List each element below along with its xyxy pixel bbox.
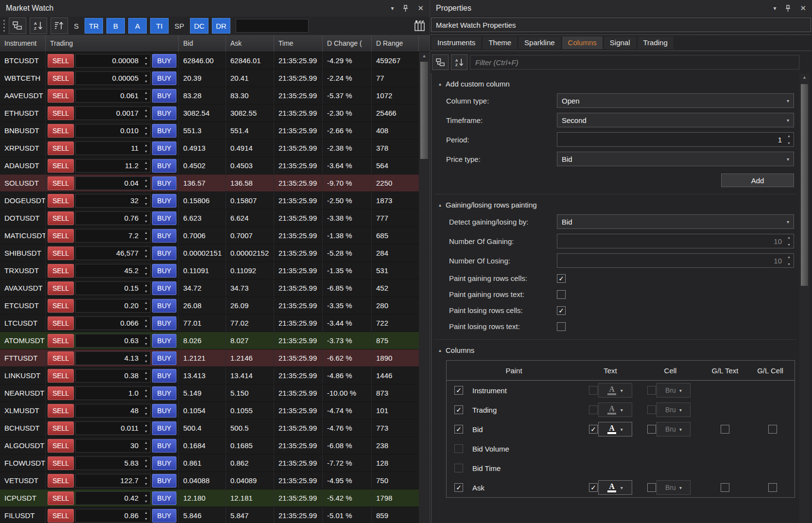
- table-row[interactable]: AVAXUSDT SELL 0.15 ▲▼ BUY 34.72 34.73 21…: [0, 279, 419, 297]
- spinner-arrows[interactable]: ▲▼: [144, 231, 148, 241]
- toggle-s[interactable]: S: [71, 22, 81, 30]
- spinner-arrows[interactable]: ▲▼: [144, 91, 148, 101]
- table-row[interactable]: BTCUSDT SELL 0.00008 ▲▼ BUY 62846.00 628…: [0, 52, 419, 70]
- table-row[interactable]: FTTUSDT SELL 4.13 ▲▼ BUY 1.2121 1.2146 2…: [0, 349, 419, 367]
- quantity-stepper[interactable]: 0.42 ▲▼: [75, 491, 151, 505]
- spinner-arrows[interactable]: ▲▼: [144, 283, 148, 293]
- table-row[interactable]: VETUSDT SELL 122.7 ▲▼ BUY 0.04088 0.0408…: [0, 472, 419, 489]
- quantity-stepper[interactable]: 7.2 ▲▼: [75, 229, 151, 243]
- sell-button[interactable]: SELL: [48, 334, 74, 348]
- quantity-stepper[interactable]: 45.2 ▲▼: [75, 264, 151, 278]
- toggle-tr[interactable]: TR: [85, 18, 103, 34]
- table-row[interactable]: DOGEUSDT SELL 32 ▲▼ BUY 0.15806 0.15807 …: [0, 192, 419, 209]
- period-input[interactable]: 1 ▲▼: [557, 132, 794, 147]
- spinner-arrows[interactable]: ▲▼: [787, 236, 791, 246]
- sell-button[interactable]: SELL: [48, 89, 74, 103]
- cell-paint-checkbox[interactable]: [647, 386, 656, 395]
- buy-button[interactable]: BUY: [152, 89, 176, 103]
- table-row[interactable]: ADAUSDT SELL 11.2 ▲▼ BUY 0.4502 0.4503 2…: [0, 157, 419, 174]
- properties-scroll-thumb[interactable]: [801, 84, 808, 286]
- sell-button[interactable]: SELL: [48, 141, 74, 155]
- sort-order-button[interactable]: [51, 17, 68, 34]
- buy-button[interactable]: BUY: [152, 229, 176, 243]
- font-color-dropdown[interactable]: A ▾: [598, 422, 632, 436]
- buy-button[interactable]: BUY: [152, 71, 176, 85]
- sell-button[interactable]: SELL: [48, 246, 74, 260]
- table-row[interactable]: MATICUSDT SELL 7.2 ▲▼ BUY 0.7006 0.7007 …: [0, 227, 419, 244]
- sort-az-button[interactable]: AZ: [30, 17, 47, 34]
- gl-text-checkbox[interactable]: [721, 425, 729, 434]
- buy-button[interactable]: BUY: [152, 404, 176, 418]
- quantity-stepper[interactable]: 46,577 ▲▼: [75, 246, 151, 260]
- column-visible-checkbox[interactable]: [454, 405, 463, 414]
- buy-button[interactable]: BUY: [152, 509, 176, 523]
- quantity-stepper[interactable]: 0.04 ▲▼: [75, 176, 151, 190]
- brush-dropdown[interactable]: Bru ▾: [657, 422, 691, 436]
- spinner-arrows[interactable]: ▲▼: [144, 336, 148, 346]
- sell-button[interactable]: SELL: [48, 176, 74, 190]
- header-trading[interactable]: Trading: [46, 35, 179, 52]
- spinner-arrows[interactable]: ▲▼: [144, 301, 148, 311]
- buy-button[interactable]: BUY: [152, 316, 176, 330]
- column-type-select[interactable]: Open ▾: [557, 93, 794, 108]
- quantity-stepper[interactable]: 4.13 ▲▼: [75, 351, 151, 365]
- properties-scrollbar[interactable]: ▲: [799, 73, 810, 523]
- spinner-arrows[interactable]: ▲▼: [144, 423, 148, 433]
- quantity-stepper[interactable]: 0.86 ▲▼: [75, 509, 151, 523]
- table-row[interactable]: SOLUSDT SELL 0.04 ▲▼ BUY 136.57 136.58 2…: [0, 174, 419, 192]
- spinner-arrows[interactable]: ▲▼: [144, 493, 148, 503]
- brush-dropdown[interactable]: Bru ▾: [657, 402, 691, 417]
- buy-button[interactable]: BUY: [152, 421, 176, 435]
- buy-button[interactable]: BUY: [152, 159, 176, 173]
- table-row[interactable]: WBTCETH SELL 0.00005 ▲▼ BUY 20.39 20.41 …: [0, 70, 419, 87]
- table-row[interactable]: ETHUSDT SELL 0.0017 ▲▼ BUY 3082.54 3082.…: [0, 105, 419, 122]
- table-row[interactable]: DOTUSDT SELL 0.76 ▲▼ BUY 6.623 6.624 21:…: [0, 209, 419, 227]
- spinner-arrows[interactable]: ▲▼: [144, 406, 148, 416]
- table-row[interactable]: LINKUSDT SELL 0.38 ▲▼ BUY 13.413 13.414 …: [0, 367, 419, 384]
- spinner-arrows[interactable]: ▲▼: [144, 476, 148, 486]
- quantity-stepper[interactable]: 0.38 ▲▼: [75, 369, 151, 383]
- table-row[interactable]: LTCUSDT SELL 0.066 ▲▼ BUY 77.01 77.02 21…: [0, 314, 419, 332]
- table-row[interactable]: FLOWUSDT SELL 5.83 ▲▼ BUY 0.861 0.862 21…: [0, 454, 419, 472]
- table-row[interactable]: XRPUSDT SELL 11 ▲▼ BUY 0.4913 0.4914 21:…: [0, 139, 419, 157]
- buy-button[interactable]: BUY: [152, 106, 176, 120]
- spinner-arrows[interactable]: ▲▼: [144, 56, 148, 66]
- quantity-stepper[interactable]: 0.066 ▲▼: [75, 316, 151, 330]
- spinner-arrows[interactable]: ▲▼: [144, 213, 148, 223]
- quantity-stepper[interactable]: 0.00005 ▲▼: [75, 71, 151, 85]
- buy-button[interactable]: BUY: [152, 299, 176, 313]
- collapse-icon[interactable]: ▴: [439, 81, 441, 87]
- toggle-dc[interactable]: DC: [190, 18, 208, 34]
- text-paint-checkbox[interactable]: [589, 386, 598, 395]
- buy-button[interactable]: BUY: [152, 176, 176, 190]
- buy-button[interactable]: BUY: [152, 491, 176, 505]
- header-bid[interactable]: Bid: [179, 35, 226, 52]
- spinner-arrows[interactable]: ▲▼: [144, 178, 148, 188]
- sell-button[interactable]: SELL: [48, 211, 74, 225]
- sell-button[interactable]: SELL: [48, 229, 74, 243]
- column-visible-checkbox[interactable]: [454, 464, 463, 472]
- spinner-arrows[interactable]: ▲▼: [144, 388, 148, 398]
- cell-paint-checkbox[interactable]: [647, 483, 656, 492]
- number-of-gaining-input[interactable]: 10 ▲▼: [557, 234, 794, 248]
- scroll-up-icon[interactable]: ▲: [419, 53, 430, 58]
- buy-button[interactable]: BUY: [152, 141, 176, 155]
- paint-option-checkbox[interactable]: [557, 306, 566, 315]
- instrument-tree-button[interactable]: [9, 17, 26, 34]
- collapse-icon[interactable]: ▴: [439, 348, 441, 353]
- section-add-custom-column[interactable]: ▴ Add custom column: [432, 73, 796, 91]
- close-icon[interactable]: ✕: [417, 4, 424, 13]
- header-time[interactable]: Time: [274, 35, 323, 52]
- quantity-stepper[interactable]: 0.00008 ▲▼: [75, 54, 151, 68]
- detect-by-select[interactable]: Bid ▾: [557, 214, 794, 229]
- quantity-stepper[interactable]: 0.76 ▲▼: [75, 211, 151, 225]
- spinner-arrows[interactable]: ▲▼: [144, 73, 148, 83]
- quantity-stepper[interactable]: 122.7 ▲▼: [75, 474, 151, 488]
- table-row[interactable]: BCHUSDT SELL 0.011 ▲▼ BUY 500.4 500.5 21…: [0, 419, 419, 437]
- gl-text-checkbox[interactable]: [721, 483, 729, 492]
- buy-button[interactable]: BUY: [152, 281, 176, 295]
- paint-option-checkbox[interactable]: [557, 322, 566, 331]
- toggle-dr[interactable]: DR: [212, 18, 230, 34]
- table-row[interactable]: AAVEUSDT SELL 0.061 ▲▼ BUY 83.28 83.30 2…: [0, 87, 419, 105]
- quantity-stepper[interactable]: 5.83 ▲▼: [75, 456, 151, 470]
